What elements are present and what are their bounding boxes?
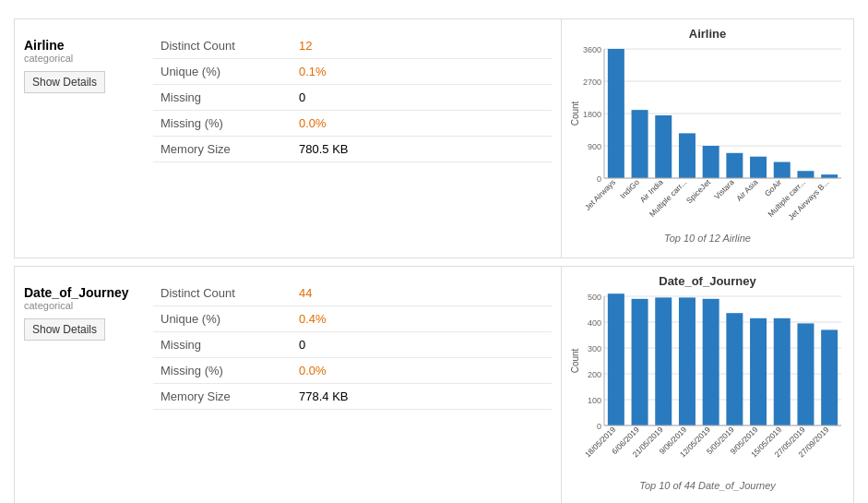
stat-value: 0.1% [291, 59, 552, 85]
chart-panel-date_of_journey: Date_of_Journey0100200300400500Count18/0… [561, 267, 853, 503]
svg-text:300: 300 [588, 344, 601, 353]
stat-value: 0.0% [291, 111, 552, 137]
svg-rect-46 [608, 293, 624, 425]
svg-rect-50 [655, 297, 672, 425]
table-row: Distinct Count12 [153, 33, 552, 59]
stat-label: Missing (%) [153, 358, 291, 384]
stat-value: 0 [291, 85, 552, 111]
table-row: Missing0 [153, 332, 552, 358]
svg-text:3600: 3600 [583, 45, 601, 54]
variable-section-airline: AirlinecategoricalShow DetailsDistinct C… [14, 18, 854, 258]
svg-rect-21 [726, 153, 743, 178]
svg-rect-64 [821, 329, 838, 425]
svg-rect-56 [726, 313, 743, 425]
stat-value: 0.0% [291, 358, 552, 384]
stat-value: 44 [291, 281, 552, 306]
var-name-date_of_journey: Date_of_Journey [24, 285, 153, 300]
svg-rect-23 [750, 157, 767, 178]
svg-rect-48 [632, 299, 648, 425]
svg-rect-62 [797, 323, 814, 425]
svg-text:GoAir: GoAir [763, 177, 784, 198]
stat-label: Missing (%) [153, 111, 291, 137]
table-row: Distinct Count44 [153, 281, 552, 306]
svg-rect-52 [679, 297, 696, 425]
chart-airline: 0900180027003600CountJet AirwaysIndiGoAi… [569, 44, 846, 229]
chart-panel-airline: Airline0900180027003600CountJet AirwaysI… [561, 19, 853, 257]
stat-label: Unique (%) [153, 306, 291, 332]
stat-value: 12 [291, 33, 552, 59]
svg-rect-60 [774, 318, 791, 425]
left-panel-date_of_journey: Date_of_JourneycategoricalShow DetailsDi… [15, 267, 561, 503]
stat-label: Memory Size [153, 384, 291, 410]
svg-text:Vistara: Vistara [712, 177, 736, 201]
table-row: Unique (%)0.1% [153, 59, 552, 85]
svg-rect-15 [655, 115, 672, 178]
var-name-airline: Airline [24, 38, 153, 53]
svg-text:400: 400 [588, 318, 601, 328]
svg-rect-25 [774, 162, 791, 179]
var-type-airline: categorical [24, 53, 153, 64]
table-row: Missing0 [153, 85, 552, 111]
svg-text:0: 0 [597, 422, 601, 431]
stats-table-date_of_journey: Distinct Count44Unique (%)0.4%Missing0Mi… [153, 281, 552, 410]
table-row: Memory Size778.4 KB [153, 384, 552, 410]
var-label-date_of_journey: Date_of_JourneycategoricalShow Details [24, 281, 153, 341]
stat-value: 0.4% [291, 306, 552, 332]
stat-label: Memory Size [153, 137, 291, 162]
chart-title-airline: Airline [689, 27, 726, 41]
table-row: Unique (%)0.4% [153, 306, 552, 332]
variable-section-date_of_journey: Date_of_JourneycategoricalShow DetailsDi… [14, 266, 854, 503]
stat-label: Distinct Count [153, 33, 291, 59]
svg-rect-19 [703, 146, 719, 178]
stats-table-airline: Distinct Count12Unique (%)0.1%Missing0Mi… [153, 33, 552, 162]
stat-label: Missing [153, 332, 291, 358]
svg-rect-17 [679, 133, 696, 178]
svg-text:900: 900 [588, 142, 601, 151]
chart-date_of_journey: 0100200300400500Count18/05/20196/06/2019… [569, 292, 846, 476]
svg-text:500: 500 [588, 293, 601, 302]
svg-text:1800: 1800 [583, 110, 601, 119]
show-details-button-date_of_journey[interactable]: Show Details [24, 318, 105, 341]
var-label-airline: AirlinecategoricalShow Details [24, 33, 153, 93]
stat-label: Distinct Count [153, 281, 291, 306]
svg-text:2700: 2700 [583, 78, 601, 87]
stat-value: 780.5 KB [291, 137, 552, 162]
svg-text:Count: Count [570, 101, 580, 126]
chart-title-date_of_journey: Date_of_Journey [659, 274, 755, 288]
stat-value: 0 [291, 332, 552, 358]
svg-rect-54 [703, 299, 719, 425]
svg-rect-11 [608, 49, 624, 178]
svg-rect-58 [750, 318, 767, 425]
svg-rect-13 [632, 110, 648, 178]
table-row: Memory Size780.5 KB [153, 137, 552, 162]
var-type-date_of_journey: categorical [24, 300, 153, 311]
svg-text:100: 100 [588, 396, 601, 405]
svg-text:SpiceJet: SpiceJet [684, 177, 713, 206]
stat-label: Missing [153, 85, 291, 111]
table-row: Missing (%)0.0% [153, 111, 552, 137]
left-panel-airline: AirlinecategoricalShow DetailsDistinct C… [15, 19, 561, 257]
stat-label: Unique (%) [153, 59, 291, 85]
show-details-button-airline[interactable]: Show Details [24, 71, 105, 93]
svg-text:Air Asia: Air Asia [734, 177, 760, 203]
table-row: Missing (%)0.0% [153, 358, 552, 384]
stat-value: 778.4 KB [291, 384, 552, 410]
svg-text:0: 0 [597, 174, 601, 184]
svg-text:Count: Count [570, 348, 580, 373]
svg-text:200: 200 [588, 370, 601, 379]
